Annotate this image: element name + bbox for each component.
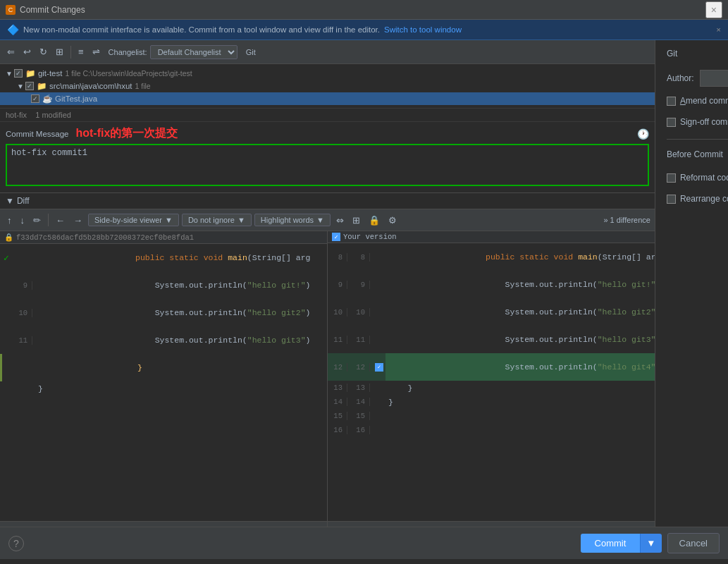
banner-dismiss[interactable]: ×	[716, 25, 721, 34]
tree-item-root[interactable]: ▼ 📁 git-test 1 file C:\Users\win\IdeaPro…	[0, 67, 655, 80]
checkbox-root[interactable]	[14, 69, 23, 78]
author-label: Author:	[667, 73, 694, 83]
ignore-dropdown[interactable]: Do not ignore ▼	[182, 214, 252, 226]
highlight-arrow: ▼	[316, 216, 324, 224]
viewer-dropdown[interactable]: Side-by-side viewer ▼	[88, 214, 179, 226]
rline-num-left-13: 13	[328, 384, 347, 392]
commit-message-area: Commit Message hot-fix的第一次提交 🕐 hot-fix c…	[0, 122, 655, 192]
reformat-row[interactable]: Reformat code	[667, 171, 728, 185]
diff-prev-btn[interactable]: ←	[53, 214, 68, 227]
folder-icon-root: 📁	[25, 68, 35, 78]
tree-label-src: src\main\java\com\hxut	[49, 82, 132, 90]
version-checkbox[interactable]: ✓	[332, 233, 340, 241]
diff-down-btn[interactable]: ↓	[18, 214, 28, 227]
diff-settings-btn[interactable]: ⚙	[385, 214, 400, 227]
window-title: Commit Changes	[20, 5, 85, 15]
diff-collapse-arrow[interactable]: ▼	[6, 196, 14, 206]
diff-right-pane: ✓ Your version 8 8 public static void ma…	[328, 231, 655, 527]
toolbar-btn-6[interactable]: ⇌	[90, 45, 103, 59]
commit-dropdown-button[interactable]: ▼	[640, 534, 661, 553]
toolbar-btn-5[interactable]: ≡	[75, 45, 87, 59]
amend-commit-row[interactable]: Amend commit	[667, 94, 728, 108]
diff-left-line-8: ✓ public static void main(String[] arg	[0, 244, 327, 271]
rline-content-14: }	[385, 398, 655, 407]
signoff-commit-checkbox[interactable]	[667, 118, 676, 127]
tree-item-src[interactable]: ▼ 📁 src\main\java\com\hxut 1 file	[0, 80, 655, 92]
toolbar-btn-redo[interactable]: ↻	[37, 45, 50, 59]
author-input[interactable]	[700, 70, 728, 87]
rline-num-right-15: 15	[350, 412, 370, 420]
close-button[interactable]: ×	[705, 1, 722, 18]
toolbar-btn-1[interactable]: ⇐	[4, 45, 18, 59]
diff-grid-btn[interactable]: ⊞	[350, 214, 363, 227]
changelist-select[interactable]: Default Changelist	[150, 45, 237, 59]
diff-left-hash: f33dd7c586dacfd5b28bb72008372ecf0be8fda1	[16, 233, 194, 242]
rline-num-right-16: 16	[350, 426, 370, 434]
rline-num-right-13: 13	[350, 384, 370, 392]
status-info: 1 modified	[35, 111, 71, 119]
diff-left-scrollbar[interactable]	[0, 521, 327, 527]
changelist-label: Changelist:	[109, 48, 147, 56]
diff-left-pane: 🔒 f33dd7c586dacfd5b28bb72008372ecf0be8fd…	[0, 231, 328, 527]
commit-message-input[interactable]: hot-fix commit1	[6, 144, 649, 186]
diff-right-line-15: 15 15	[328, 409, 655, 423]
rline-num-left-11: 11	[328, 336, 347, 344]
info-banner: 🔷 New non-modal commit interface is avai…	[0, 20, 728, 40]
diff-lock-btn[interactable]: 🔒	[366, 214, 383, 227]
reformat-checkbox[interactable]	[667, 173, 676, 183]
cancel-button[interactable]: Cancel	[667, 533, 720, 553]
history-icon[interactable]: 🕐	[637, 128, 649, 140]
rline-num-left-8: 8	[328, 253, 347, 262]
line-checkbox-12[interactable]: ✓	[375, 363, 383, 372]
signoff-commit-row[interactable]: Sign-off commit	[667, 115, 728, 129]
tree-label-root: git-test	[38, 69, 63, 78]
tree-meta-root: 1 file C:\Users\win\IdeaProjects\git-tes…	[65, 69, 192, 78]
folder-icon-src: 📁	[37, 81, 47, 91]
main-content: ⇐ ↩ ↻ ⊞ ≡ ⇌ Changelist: Default Changeli…	[0, 40, 728, 527]
toolbar-btn-4[interactable]: ⊞	[53, 45, 66, 59]
commit-button[interactable]: Commit	[581, 534, 641, 553]
ignore-label: Do not ignore	[188, 216, 235, 224]
diff-right-line-10: 10 10 System.out.println("hello git2");	[328, 298, 655, 326]
file-tree: ▼ 📁 git-test 1 file C:\Users\win\IdeaPro…	[0, 64, 655, 108]
diff-up-btn[interactable]: ↑	[4, 214, 15, 227]
rearrange-label: Rearrange code	[680, 194, 728, 204]
expand-arrow-src: ▼	[17, 82, 24, 90]
highlight-dropdown[interactable]: Highlight words ▼	[254, 214, 331, 226]
rline-content-9: System.out.println("hello git!");	[385, 271, 655, 298]
diff-left-line-10: 10 System.out.println("hello git2")	[0, 299, 327, 326]
rline-num-left-9: 9	[328, 281, 347, 289]
diff-toolbar: ↑ ↓ ✏ ← → Side-by-side viewer ▼ Do not i…	[0, 209, 655, 231]
commit-button-group: Commit ▼	[581, 534, 662, 553]
diff-left-lines: ✓ public static void main(String[] arg 9	[0, 244, 327, 521]
git-label: Git	[246, 48, 256, 56]
diff-left-header: 🔒 f33dd7c586dacfd5b28bb72008372ecf0be8fd…	[0, 231, 327, 244]
diff-right-line-9: 9 9 System.out.println("hello git!");	[328, 271, 655, 298]
line-num-left-9: 9	[13, 281, 32, 290]
author-row: Author:	[667, 70, 728, 87]
checkbox-file[interactable]	[31, 94, 39, 103]
tree-meta-src: 1 file	[135, 82, 151, 90]
rline-check-12[interactable]: ✓	[373, 363, 385, 372]
toolbar-btn-undo[interactable]: ↩	[20, 45, 34, 59]
diff-sync-btn[interactable]: ⇔	[333, 214, 347, 227]
title-bar: C Commit Changes ×	[0, 0, 728, 20]
tree-item-file[interactable]: ☕ GitTest.java	[0, 92, 655, 105]
diff-next-btn[interactable]: →	[70, 214, 85, 227]
toolbar-separator-1	[70, 46, 71, 59]
diff-edit-btn[interactable]: ✏	[30, 214, 44, 227]
rline-num-right-11: 11	[350, 336, 370, 344]
amend-commit-checkbox[interactable]	[667, 97, 676, 106]
diff-left-line-brace: }	[0, 354, 327, 381]
help-button[interactable]: ?	[8, 536, 24, 551]
footer: ? Commit ▼ Cancel	[0, 527, 728, 559]
commit-msg-label: Commit Message	[6, 130, 68, 138]
git-section-title: Git	[667, 49, 728, 59]
checkbox-src[interactable]	[25, 82, 34, 90]
expand-arrow-root: ▼	[6, 70, 13, 78]
switch-link[interactable]: Switch to tool window	[384, 25, 462, 34]
status-bar: hot-fix 1 modified	[0, 108, 655, 122]
diff-right-scrollbar[interactable]	[328, 521, 655, 527]
rearrange-row[interactable]: Rearrange code	[667, 192, 728, 206]
rearrange-checkbox[interactable]	[667, 195, 676, 204]
